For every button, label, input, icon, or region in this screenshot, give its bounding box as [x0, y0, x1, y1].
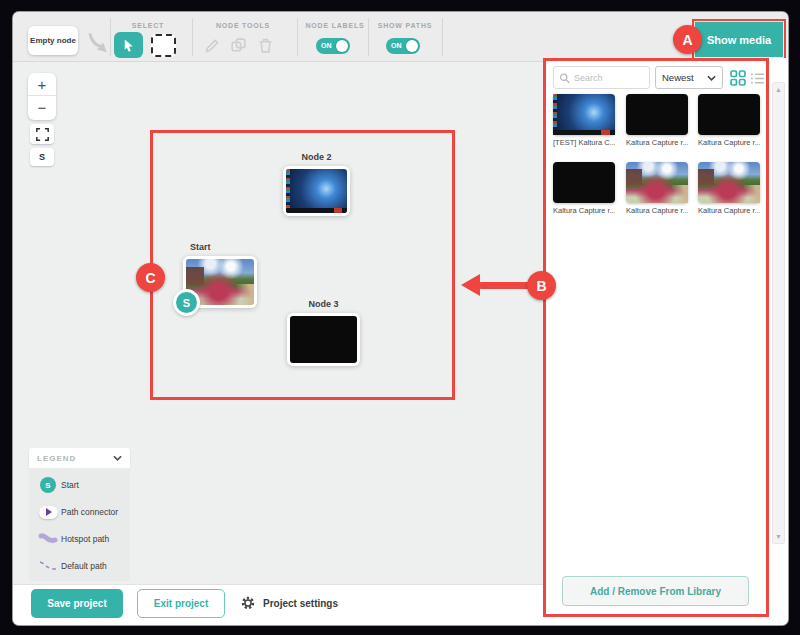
legend-header[interactable]: LEGEND: [29, 448, 130, 468]
media-thumbnail: [553, 162, 615, 203]
hotspot-path-icon: [35, 532, 61, 546]
media-thumbnail: [626, 94, 688, 135]
legend-item-start: S Start: [35, 476, 124, 494]
media-item[interactable]: [TEST] Kaltura C...: [553, 94, 615, 147]
save-project-button[interactable]: Save project: [31, 589, 123, 618]
legend-panel: LEGEND S Start Path connector Hotspot pa…: [29, 448, 130, 581]
select-cursor-button[interactable]: [114, 32, 143, 58]
path-connector-icon: [39, 506, 58, 519]
media-panel: Newest [TEST] Kaltura C...: [543, 58, 788, 617]
toolbar-divider: [442, 18, 443, 56]
fit-to-screen-button[interactable]: [30, 124, 54, 144]
toolbar-divider: [192, 18, 193, 56]
chevron-down-icon: [113, 455, 122, 461]
annotation-badge-a: A: [673, 25, 702, 54]
node-tools-section-label: NODE TOOLS: [203, 22, 283, 29]
default-path-icon: [35, 559, 61, 573]
panel-scrollbar[interactable]: ▲ ▼: [772, 82, 785, 544]
edit-node-icon[interactable]: [204, 37, 221, 54]
media-item-label: Kaltura Capture r...: [626, 138, 688, 147]
zoom-control: + −: [28, 73, 56, 120]
marquee-select-button[interactable]: [151, 34, 176, 57]
media-item[interactable]: Kaltura Capture r...: [698, 162, 760, 215]
legend-item-label: Path connector: [61, 507, 118, 517]
media-thumbnail: [698, 162, 760, 203]
scroll-down-icon[interactable]: ▼: [773, 533, 784, 540]
gear-icon: [239, 594, 257, 612]
node-labels-toggle[interactable]: ON: [316, 38, 350, 54]
start-select-icon: S: [39, 152, 45, 162]
media-item[interactable]: Kaltura Capture r...: [553, 162, 615, 215]
chevron-down-icon: [707, 75, 716, 81]
project-settings-button[interactable]: Project settings: [239, 594, 338, 612]
legend-title: LEGEND: [37, 454, 76, 463]
legend-item-label: Default path: [61, 561, 107, 571]
search-input[interactable]: [574, 73, 644, 83]
select-section-label: SELECT: [117, 22, 179, 29]
legend-item-path-connector: Path connector: [35, 503, 124, 521]
annotation-rect-canvas: [150, 130, 455, 400]
annotation-badge-c: C: [136, 263, 165, 292]
toggle-knob: [336, 40, 348, 52]
sort-selected-value: Newest: [662, 72, 694, 83]
search-icon: [559, 72, 570, 84]
node-labels-section-label: NODE LABELS: [305, 22, 365, 29]
start-badge-icon: S: [40, 477, 56, 493]
legend-body: S Start Path connector Hotspot path Defa…: [29, 468, 130, 581]
media-item-label: Kaltura Capture r...: [626, 206, 688, 215]
annotation-badge-b: B: [527, 271, 556, 300]
grid-view-icon[interactable]: [730, 70, 746, 86]
delete-node-icon[interactable]: [257, 37, 274, 54]
media-item-label: Kaltura Capture r...: [698, 138, 760, 147]
media-panel-content: Newest [TEST] Kaltura C...: [546, 61, 766, 614]
toggle-knob: [406, 40, 418, 52]
legend-item-default-path: Default path: [35, 557, 124, 575]
media-thumbnail: [698, 94, 760, 135]
legend-item-label: Start: [61, 480, 79, 490]
media-item-label: Kaltura Capture r...: [553, 206, 615, 215]
zoom-in-button[interactable]: +: [28, 73, 56, 96]
show-paths-toggle[interactable]: ON: [386, 38, 420, 54]
zoom-out-button[interactable]: −: [28, 96, 56, 119]
toolbar-divider: [368, 18, 369, 56]
media-search[interactable]: [553, 66, 650, 89]
app-window: Empty node SELECT NODE TOOLS NODE LABELS…: [13, 12, 788, 625]
legend-item-label: Hotspot path: [61, 534, 109, 544]
show-media-button[interactable]: Show media: [695, 22, 783, 57]
project-settings-label: Project settings: [263, 598, 338, 609]
media-item-label: [TEST] Kaltura C...: [553, 138, 615, 147]
list-view-icon[interactable]: [750, 71, 766, 87]
legend-item-hotspot-path: Hotspot path: [35, 530, 124, 548]
media-item-label: Kaltura Capture r...: [698, 206, 760, 215]
duplicate-node-icon[interactable]: [230, 37, 247, 54]
show-paths-section-label: SHOW PATHS: [375, 22, 435, 29]
toolbar-divider: [110, 18, 111, 56]
media-thumbnail: [553, 94, 615, 135]
fullscreen-icon: [36, 128, 49, 141]
select-start-node-button[interactable]: S: [30, 148, 54, 166]
media-thumbnail: [626, 162, 688, 203]
add-remove-library-button[interactable]: Add / Remove From Library: [562, 576, 749, 606]
toggle-on-label: ON: [321, 42, 332, 49]
scroll-up-icon[interactable]: ▲: [773, 86, 784, 93]
cursor-icon: [121, 38, 136, 53]
media-item[interactable]: Kaltura Capture r...: [698, 94, 760, 147]
empty-node-button[interactable]: Empty node: [28, 26, 78, 55]
top-toolbar: Empty node SELECT NODE TOOLS NODE LABELS…: [13, 12, 788, 62]
media-item[interactable]: Kaltura Capture r...: [626, 162, 688, 215]
toggle-on-label: ON: [391, 42, 402, 49]
media-item[interactable]: Kaltura Capture r...: [626, 94, 688, 147]
sort-dropdown[interactable]: Newest: [655, 66, 723, 89]
toolbar-divider: [297, 18, 298, 56]
exit-project-button[interactable]: Exit project: [137, 589, 225, 618]
drag-node-arrow-icon: [83, 31, 109, 57]
